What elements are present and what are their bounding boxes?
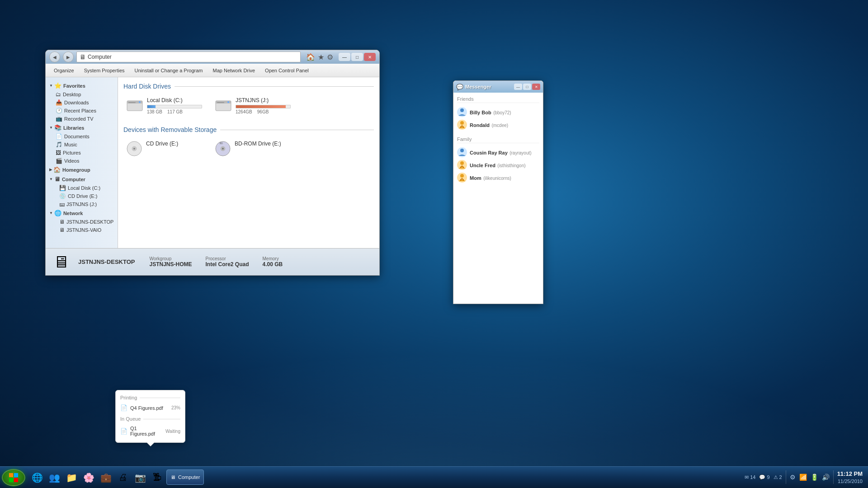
favorites-icon: ⭐ xyxy=(54,82,61,89)
removable-section-title: Devices with Removable Storage xyxy=(123,126,374,133)
explorer-window-controls: — □ ✕ xyxy=(339,53,376,61)
chat-tray-badge[interactable]: 💬 9 xyxy=(759,474,769,480)
forward-button[interactable]: ▶ xyxy=(63,52,74,62)
sidebar-item-recent-places[interactable]: 🕐 Recent Places xyxy=(46,107,118,115)
nav-icons: 🏠 ★ ⚙ xyxy=(303,53,336,61)
drive-jstnjns-j[interactable]: JSTNJNS (J:) 1264GB 96GB xyxy=(212,94,293,117)
drive-local-disk-c-sizes: 138 GB 117 GB xyxy=(147,109,202,114)
back-button[interactable]: ◀ xyxy=(49,52,60,62)
start-button[interactable] xyxy=(2,469,25,486)
printing-item-name: Q4 Figures.pdf xyxy=(130,405,169,411)
map-network-button[interactable]: Map Network Drive xyxy=(208,67,260,74)
explorer-minimize-button[interactable]: — xyxy=(339,53,350,61)
explorer-taskbar-button[interactable]: 🖥 Computer xyxy=(166,469,204,485)
svg-point-23 xyxy=(460,174,464,178)
explorer-maximize-button[interactable]: □ xyxy=(351,53,363,61)
media-taskbar-icon[interactable]: 🌸 xyxy=(80,469,97,486)
settings-icon[interactable]: ⚙ xyxy=(327,53,333,61)
email-tray-badge[interactable]: ✉ 14 xyxy=(745,474,755,480)
uncle-fred-name: Uncle Fred xyxy=(470,163,495,168)
briefcase-taskbar-icon[interactable]: 💼 xyxy=(98,469,114,486)
rondald-name: Rondald xyxy=(470,122,490,128)
explorer-close-button[interactable]: ✕ xyxy=(364,53,376,61)
drive-jstnjns-j-info: JSTNJNS (J:) 1264GB 96GB xyxy=(236,97,291,114)
favorites-arrow: ▼ xyxy=(49,84,53,88)
jstnjns-vaio-label: JSTNJNS-VAIO xyxy=(66,227,101,233)
contact-uncle-fred[interactable]: Uncle Fred (isthisthingon) xyxy=(457,159,539,171)
alert-tray-count: 2 xyxy=(779,474,782,480)
contact-rondald[interactable]: Rondald (mcdee) xyxy=(457,118,539,131)
volume-tray-icon[interactable]: 🔊 xyxy=(822,474,830,481)
address-bar[interactable]: 🖥 Computer xyxy=(76,52,301,62)
messenger-title-text: Messenger xyxy=(465,84,514,89)
svg-text:BD: BD xyxy=(220,142,223,145)
cousin-ray-ray-info: Cousin Ray Ray (rayrayout) xyxy=(470,148,539,156)
sidebar-computer-header[interactable]: ▼ 🖥 Computer xyxy=(46,174,118,184)
open-control-panel-button[interactable]: Open Control Panel xyxy=(260,67,313,74)
sidebar-libraries-header[interactable]: ▼ 📚 Libraries xyxy=(46,123,118,132)
home-icon[interactable]: 🏠 xyxy=(306,53,315,61)
local-disk-label: Local Disk (C:) xyxy=(68,185,100,191)
sidebar-item-videos[interactable]: 🎬 Videos xyxy=(46,157,118,165)
camera-taskbar-icon[interactable]: 📷 xyxy=(132,469,148,486)
archive-taskbar-icon[interactable]: 🗜 xyxy=(149,469,165,486)
sidebar-item-jstnjns-vaio[interactable]: 🖥 JSTNJNS-VAIO xyxy=(46,226,118,234)
sidebar-item-documents[interactable]: 📄 Documents xyxy=(46,132,118,141)
computer-sidebar-icon: 🖥 xyxy=(54,176,60,183)
signal-tray-icon[interactable]: 📶 xyxy=(799,474,807,481)
email-tray-count: 14 xyxy=(750,474,755,480)
favorites-label: Favorites xyxy=(63,83,85,89)
contact-billy-bob[interactable]: Billy Bob (bboy72) xyxy=(457,106,539,118)
sidebar-item-jstnjns-desktop[interactable]: 🖥 JSTNJNS-DESKTOP xyxy=(46,218,118,226)
sidebar-item-jstnjns-j[interactable]: 🖴 JSTNJNS (J:) xyxy=(46,200,118,208)
messenger-minimize-button[interactable]: — xyxy=(514,84,522,90)
sidebar-item-local-disk[interactable]: 💾 Local Disk (C:) xyxy=(46,184,118,192)
jstnjns-j-icon: 🖴 xyxy=(59,201,65,207)
messenger-close-button[interactable]: ✕ xyxy=(532,84,540,90)
jstnjns-vaio-icon: 🖥 xyxy=(59,227,65,233)
battery-tray-icon[interactable]: 🔋 xyxy=(811,474,818,481)
ie-taskbar-icon[interactable]: 🌐 xyxy=(29,469,45,486)
explorer-titlebar: ◀ ▶ 🖥 Computer 🏠 ★ ⚙ — □ ✕ xyxy=(46,50,379,64)
settings-tray-icon[interactable]: ⚙ xyxy=(790,474,796,481)
system-properties-button[interactable]: System Properties xyxy=(80,67,129,74)
svg-point-16 xyxy=(460,121,464,125)
sidebar-item-cd-drive[interactable]: 💿 CD Drive (E:) xyxy=(46,192,118,200)
messenger-family-title: Family xyxy=(457,136,539,143)
memory-label: Memory xyxy=(263,256,283,261)
sidebar-item-music[interactable]: 🎵 Music xyxy=(46,141,118,149)
bookmark-icon[interactable]: ★ xyxy=(318,53,324,61)
sidebar-item-downloads[interactable]: 📥 Downloads xyxy=(46,99,118,107)
messenger-maximize-button[interactable]: □ xyxy=(523,84,531,90)
contact-cousin-ray-ray[interactable]: Cousin Ray Ray (rayrayout) xyxy=(457,146,539,159)
drive-local-disk-c[interactable]: Local Disk (C:) 138 GB 117 GB xyxy=(123,94,205,117)
organize-button[interactable]: Organize xyxy=(49,67,79,74)
people-taskbar-icon[interactable]: 👥 xyxy=(46,469,62,486)
sidebar-favorites-header[interactable]: ▼ ⭐ Favorites xyxy=(46,81,118,90)
svg-rect-28 xyxy=(9,478,13,482)
recorded-tv-label: Recorded TV xyxy=(64,116,94,122)
sidebar-homegroup-header[interactable]: ▶ 🏠 Homegroup xyxy=(46,165,118,174)
drive-bd-rom-e[interactable]: BD BD-ROM Drive (E:) xyxy=(212,138,293,162)
chat-tray-icon: 💬 xyxy=(759,474,765,480)
drive-cd-e[interactable]: CD Drive (E:) xyxy=(123,138,205,162)
printer-taskbar-icon[interactable]: 🖨 xyxy=(115,469,131,486)
sidebar-network-header[interactable]: ▼ 🌐 Network xyxy=(46,208,118,218)
sidebar-item-recorded-tv[interactable]: 📺 Recorded TV xyxy=(46,115,118,123)
taskbar-quick-launch: 🌐 👥 📁 🌸 💼 🖨 📷 🗜 🖥 Computer xyxy=(29,469,739,486)
libraries-label: Libraries xyxy=(63,125,84,131)
folder-taskbar-icon[interactable]: 📁 xyxy=(63,469,80,486)
sidebar-item-desktop[interactable]: 🗂 Desktop xyxy=(46,90,118,99)
sidebar-item-pictures[interactable]: 🖼 Pictures xyxy=(46,149,118,157)
messenger-window-controls: — □ ✕ xyxy=(514,84,540,90)
svg-point-13 xyxy=(222,148,224,150)
messenger-window: 💬 Messenger — □ ✕ Friends Billy Bob (bbo xyxy=(453,80,543,304)
uninstall-button[interactable]: Uninstall or Change a Program xyxy=(130,67,208,74)
drive-jstnjns-j-bar-container xyxy=(236,105,291,108)
alert-tray-badge[interactable]: ⚠ 2 xyxy=(774,474,782,480)
drive-cd-e-info: CD Drive (E:) xyxy=(146,141,202,148)
system-clock[interactable]: 11:12 PM 11/25/2010 xyxy=(837,470,863,485)
videos-label: Videos xyxy=(64,158,79,164)
contact-mom[interactable]: Mom (ilikeunicorns) xyxy=(457,171,539,184)
clock-date: 11/25/2010 xyxy=(837,478,863,485)
